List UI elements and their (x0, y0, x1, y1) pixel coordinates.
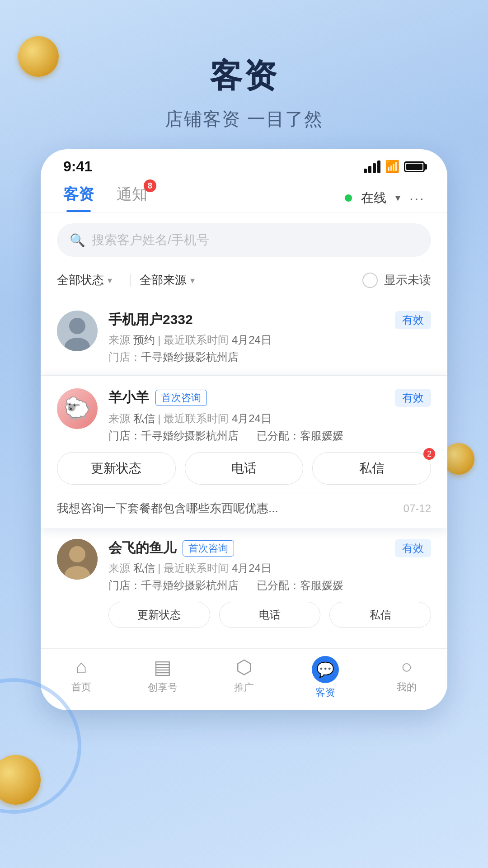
filters-row: 全部状态 ▾ 全部来源 ▾ 显示未读 (41, 264, 447, 300)
notification-badge: 8 (144, 179, 156, 192)
customer-item-1[interactable]: 手机用户2332 有效 来源 预约 | 最近联系时间 4月24日 门店：千寻婚纱… (41, 300, 447, 376)
search-bar[interactable]: 🔍 搜索客户姓名/手机号 (57, 223, 431, 257)
customer-meta-2: 来源 私信 | 最近联系时间 4月24日 (108, 411, 431, 426)
customer-name-1: 手机用户2332 (108, 311, 193, 329)
last-message-text: 我想咨询一下套餐都包含哪些东西呢优惠... (57, 500, 394, 516)
customer-name-2: 羊小羊 (108, 388, 149, 407)
customer-item-2-expanded[interactable]: 🐑 羊小羊 首次咨询 有效 来源 私信 | 最近联系时间 4月24日 门店：千寻… (41, 376, 447, 528)
status-filter-chevron-icon: ▾ (108, 275, 112, 286)
gold-ball-decoration (18, 36, 59, 77)
wifi-icon: 📶 (385, 160, 399, 174)
nav-chuangxianghao-label: 创享号 (148, 681, 178, 694)
filter-divider (130, 274, 131, 287)
customer-meta-3: 来源 私信 | 最近联系时间 4月24日 (108, 561, 431, 576)
nav-tuiguang-label: 推广 (234, 681, 254, 694)
nav-chuangxianghao[interactable]: ▤ 创享号 (122, 656, 203, 699)
customer-assigned-3: 已分配：客服媛媛 (257, 578, 343, 593)
customer-store-2: 门店：千寻婚纱摄影杭州店 (108, 429, 239, 443)
source-filter-button[interactable]: 全部来源 ▾ (140, 269, 204, 292)
online-status-dot (345, 194, 352, 202)
search-icon: 🔍 (70, 233, 85, 248)
call-button-3[interactable]: 电话 (219, 602, 321, 628)
customer-tag-3: 首次咨询 (183, 540, 234, 557)
unread-label: 显示未读 (384, 272, 431, 288)
search-input[interactable]: 搜索客户姓名/手机号 (92, 231, 209, 249)
tab-tongzhi[interactable]: 通知 8 (117, 184, 147, 212)
customer-name-3: 会飞的鱼儿 (108, 539, 176, 557)
nav-tuiguang[interactable]: ⬡ 推广 (203, 656, 285, 699)
message-button-3[interactable]: 私信 (329, 602, 431, 628)
customer-store-1: 门店：千寻婚纱摄影杭州店 (108, 350, 431, 364)
action-buttons-3: 更新状态 电话 私信 (108, 602, 431, 628)
phone-mockup: 9:41 📶 客资 通知 8 在线 ▾ ··· (41, 149, 447, 710)
chuangxianghao-icon: ▤ (154, 656, 172, 678)
customer-info-1: 手机用户2332 有效 来源 预约 | 最近联系时间 4月24日 门店：千寻婚纱… (108, 311, 431, 364)
last-message: 我想咨询一下套餐都包含哪些东西呢优惠... 07-12 (57, 494, 431, 519)
nav-home-label: 首页 (71, 680, 91, 694)
customer-status-1: 有效 (395, 311, 431, 329)
call-button[interactable]: 电话 (185, 452, 304, 485)
update-status-button[interactable]: 更新状态 (57, 452, 176, 485)
gold-ball-decoration-right (443, 443, 474, 475)
customer-assigned-2: 已分配：客服媛媛 (257, 429, 343, 443)
customer-item-3[interactable]: 会飞的鱼儿 首次咨询 有效 来源 私信 | 最近联系时间 4月24日 门店：千寻… (41, 528, 447, 648)
mine-icon: ○ (401, 656, 412, 678)
svg-point-4 (69, 546, 85, 562)
kezi-icon: 💬 (316, 661, 334, 678)
customer-info-3: 会飞的鱼儿 首次咨询 有效 来源 私信 | 最近联系时间 4月24日 门店：千寻… (108, 539, 431, 637)
home-icon: ⌂ (75, 656, 87, 678)
status-icons: 📶 (364, 160, 425, 174)
page-title: 客资 (0, 54, 488, 98)
battery-icon (404, 161, 425, 172)
source-filter-chevron-icon: ▾ (190, 275, 195, 286)
bottom-navigation: ⌂ 首页 ▤ 创享号 ⬡ 推广 💬 客资 ○ 我的 (41, 648, 447, 710)
customer-store-3: 门店：千寻婚纱摄影杭州店 (108, 578, 239, 593)
customer-meta-1: 来源 预约 | 最近联系时间 4月24日 (108, 333, 431, 347)
nav-right-controls: 在线 ▾ ··· (345, 189, 425, 207)
online-status-text: 在线 (361, 189, 386, 207)
status-filter-button[interactable]: 全部状态 ▾ (57, 269, 121, 292)
nav-kezi-label: 客资 (315, 686, 335, 699)
nav-tabs: 客资 通知 8 在线 ▾ ··· (41, 179, 447, 212)
customer-status-2: 有效 (395, 389, 431, 407)
message-button[interactable]: 私信 2 (312, 452, 431, 485)
nav-kezi[interactable]: 💬 客资 (285, 656, 366, 699)
nav-mine-label: 我的 (397, 680, 417, 694)
last-message-time: 07-12 (404, 502, 431, 515)
status-time: 9:41 (63, 158, 92, 175)
action-buttons: 更新状态 电话 私信 2 (57, 452, 431, 485)
online-chevron-icon[interactable]: ▾ (395, 192, 400, 204)
unread-toggle[interactable]: 显示未读 (362, 272, 431, 288)
page-header: 客资 店铺客资 一目了然 (0, 0, 488, 154)
update-status-button-3[interactable]: 更新状态 (108, 602, 210, 628)
status-bar: 9:41 📶 (41, 149, 447, 179)
message-badge: 2 (423, 448, 435, 460)
unread-toggle-circle[interactable] (362, 273, 378, 288)
svg-point-1 (69, 318, 85, 334)
customer-info-2: 羊小羊 首次咨询 有效 来源 私信 | 最近联系时间 4月24日 门店：千寻婚纱… (108, 388, 431, 452)
avatar-2: 🐑 (57, 388, 98, 429)
avatar-1 (57, 311, 98, 351)
tuiguang-icon: ⬡ (236, 656, 253, 678)
page-subtitle: 店铺客资 一目了然 (0, 107, 488, 132)
nav-mine[interactable]: ○ 我的 (366, 656, 447, 699)
customer-status-3: 有效 (395, 539, 431, 557)
avatar-3 (57, 539, 98, 580)
signal-bars-icon (364, 160, 380, 173)
kezi-active-circle: 💬 (312, 656, 339, 683)
tab-kezi[interactable]: 客资 (63, 184, 94, 212)
customer-tag-2: 首次咨询 (155, 390, 207, 406)
more-options-icon[interactable]: ··· (409, 189, 425, 207)
